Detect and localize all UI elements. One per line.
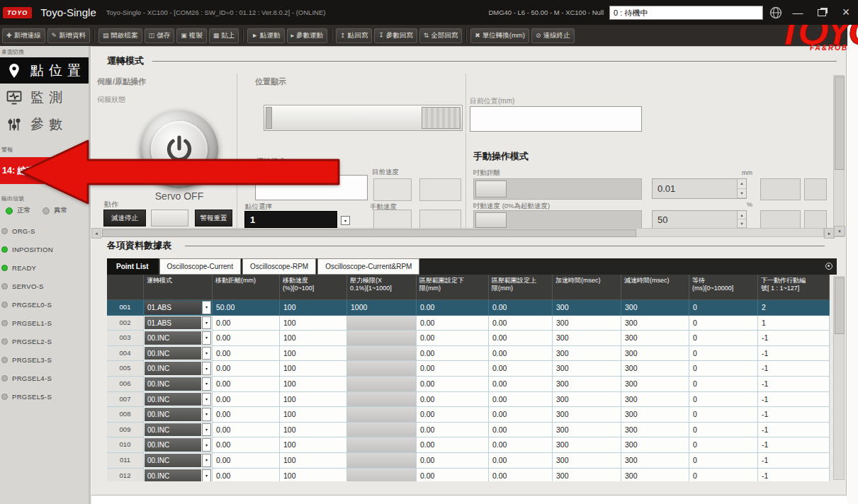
jog-distance-slider-thumb[interactable] <box>475 181 507 197</box>
cell[interactable]: 0 <box>689 346 758 362</box>
mode-dropdown-button[interactable]: ▾ <box>202 454 211 467</box>
cell[interactable]: 300 <box>621 437 689 453</box>
row-number[interactable]: 008 <box>107 407 144 423</box>
cell[interactable]: 0 <box>689 453 758 469</box>
row-number[interactable]: 002 <box>107 316 144 331</box>
toolbar-point-writeback-button[interactable]: ↥點回寫 <box>336 28 372 43</box>
toolbar-new-data-button[interactable]: ✎新增資料 <box>47 28 91 43</box>
cell[interactable]: 300 <box>553 423 621 438</box>
cell[interactable]: 0 <box>689 377 758 392</box>
cell[interactable]: 0.00 <box>417 300 489 316</box>
mode-dropdown-button[interactable]: ▾ <box>202 423 211 437</box>
toolbar-open-file-button[interactable]: ▤開啟檔案 <box>98 28 142 43</box>
mode-cell[interactable]: 00.INC▾ <box>144 346 213 362</box>
cell[interactable]: 0.00 <box>489 392 553 408</box>
cell[interactable] <box>347 331 417 346</box>
vertical-scrollbar-table[interactable] <box>833 276 845 480</box>
row-number[interactable]: 011 <box>107 453 144 469</box>
row-number[interactable]: 001 <box>107 300 144 316</box>
jog-distance-slider[interactable] <box>473 178 642 200</box>
cell[interactable]: 0.00 <box>213 392 280 408</box>
cell[interactable]: 100 <box>280 423 347 438</box>
cell[interactable]: -1 <box>758 437 830 453</box>
row-number[interactable]: 007 <box>107 392 144 408</box>
cell[interactable]: 0.00 <box>417 316 489 331</box>
cell[interactable]: 0.00 <box>213 377 280 392</box>
point-select-arrow-button[interactable]: ▾ <box>341 216 350 225</box>
cell[interactable]: 0 <box>689 437 758 453</box>
cell[interactable]: 0 <box>689 300 758 316</box>
cell[interactable] <box>347 392 417 408</box>
toolbar-param-run-button[interactable]: ▸參數運動 <box>287 28 328 43</box>
cell[interactable] <box>347 437 417 453</box>
cell[interactable]: 100 <box>280 407 347 423</box>
spin-up-icon[interactable]: ▲ <box>738 211 746 219</box>
row-number[interactable]: 009 <box>107 423 144 438</box>
cell[interactable]: 300 <box>553 300 621 316</box>
tab-options-icon[interactable] <box>825 263 832 270</box>
cell[interactable]: 0.00 <box>213 469 280 481</box>
row-number[interactable]: 003 <box>107 331 144 346</box>
close-button[interactable]: × <box>837 5 855 21</box>
cell[interactable]: 0.00 <box>213 331 280 346</box>
cell[interactable]: 0.00 <box>213 316 280 331</box>
cell[interactable]: 0.00 <box>489 377 553 392</box>
cell[interactable]: 0.00 <box>213 361 280 377</box>
mode-dropdown-button[interactable]: ▾ <box>202 469 211 481</box>
cell[interactable]: -1 <box>758 377 830 392</box>
cell[interactable]: 100 <box>280 316 347 331</box>
mode-dropdown-button[interactable]: ▾ <box>202 331 211 345</box>
cell[interactable] <box>347 377 417 392</box>
cell[interactable]: 0 <box>689 423 758 438</box>
mode-cell[interactable]: 00.INC▾ <box>144 423 213 438</box>
cell[interactable]: -1 <box>758 407 830 423</box>
cell[interactable]: 300 <box>621 453 689 469</box>
globe-icon[interactable] <box>769 6 783 20</box>
jog-speed-spinner[interactable]: 50 ▲▼ <box>652 210 747 229</box>
cell[interactable] <box>347 453 417 469</box>
mode-dropdown-button[interactable]: ▾ <box>202 362 211 375</box>
cell[interactable]: 100 <box>280 392 347 408</box>
toolbar-unit-convert-button[interactable]: ✖單位轉換(mm) <box>470 28 529 43</box>
cell[interactable]: 0.00 <box>417 407 489 423</box>
mode-cell[interactable]: 00.INC▾ <box>144 407 213 423</box>
toolbar-paste-button[interactable]: ▦貼上 <box>209 28 239 43</box>
mode-dropdown-button[interactable]: ▾ <box>202 347 211 360</box>
row-number[interactable]: 004 <box>107 346 144 362</box>
cell[interactable]: 0.00 <box>489 316 553 331</box>
alarm-reset-button[interactable]: 警報重置 <box>195 210 232 227</box>
table-vscroll-thumb[interactable] <box>835 277 845 334</box>
cell[interactable]: 300 <box>621 361 689 377</box>
cell[interactable]: 0 <box>689 316 758 331</box>
mode-cell[interactable]: 00.INC▾ <box>144 377 213 392</box>
mode-cell[interactable]: 00.INC▾ <box>144 331 213 346</box>
cell[interactable]: 300 <box>621 392 689 408</box>
toolbar-copy-button[interactable]: ▣複製 <box>176 28 207 43</box>
mode-dropdown-button[interactable]: ▾ <box>202 393 211 406</box>
vscroll-thumb[interactable] <box>835 76 845 170</box>
mode-dropdown-button[interactable]: ▾ <box>202 438 211 452</box>
nav-monitor[interactable]: 監測 <box>0 84 89 110</box>
cell[interactable] <box>347 361 417 377</box>
controller-status-input[interactable]: 0 : 待機中 <box>609 6 763 20</box>
mode-dropdown-button[interactable]: ▾ <box>202 408 211 421</box>
cell[interactable]: 0.00 <box>417 423 489 438</box>
toolbar-param-writeback-button[interactable]: ↧參數回寫 <box>374 28 417 43</box>
restore-button[interactable] <box>813 5 831 21</box>
row-number[interactable]: 012 <box>107 469 144 481</box>
tab-oscilloscope-current[interactable]: Oscilloscope-Current <box>159 258 241 275</box>
mode-cell[interactable]: 01.ABS▾ <box>144 300 213 316</box>
spinner-arrows[interactable]: ▲▼ <box>737 211 746 228</box>
vscroll-down-button[interactable]: ▾ <box>834 226 845 236</box>
cell[interactable]: 300 <box>553 453 621 469</box>
cell[interactable]: 0.00 <box>213 437 280 453</box>
cell[interactable] <box>347 346 417 362</box>
cell[interactable]: 100 <box>280 453 347 469</box>
cell[interactable]: 100 <box>280 377 347 392</box>
toolbar-save-button[interactable]: ◫儲存 <box>145 28 175 43</box>
mode-dropdown-button[interactable]: ▾ <box>202 377 211 391</box>
cell[interactable]: 0.00 <box>489 453 553 469</box>
cell[interactable]: 0.00 <box>489 300 553 316</box>
spinner-arrows[interactable]: ▲▼ <box>737 179 746 198</box>
cell[interactable]: 0 <box>689 392 758 408</box>
